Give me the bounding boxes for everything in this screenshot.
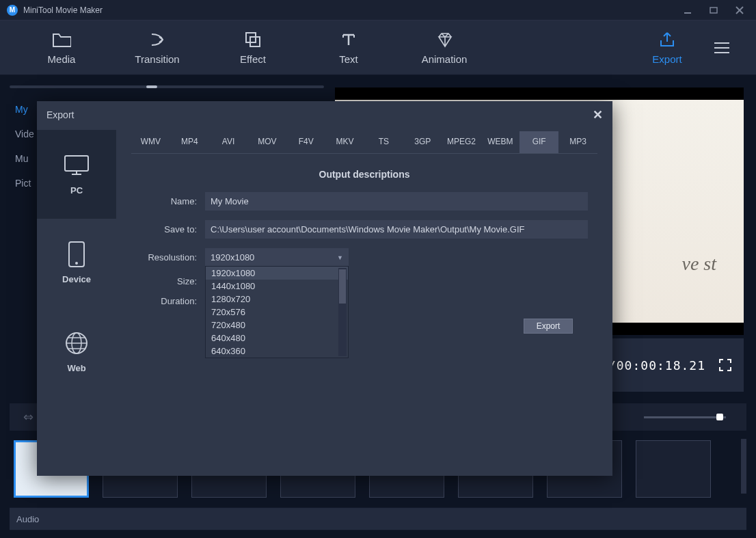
- size-label: Size:: [131, 276, 205, 286]
- web-icon: [62, 332, 91, 355]
- resolution-dropdown[interactable]: 1920x10801440x10801280x720720x576720x480…: [205, 266, 349, 358]
- dialog-title: Export: [46, 109, 74, 120]
- export-icon: [658, 30, 677, 49]
- device-icon: [62, 243, 91, 266]
- folder-icon: [52, 30, 71, 49]
- resolution-option[interactable]: 640x360: [206, 345, 348, 358]
- save-to-input[interactable]: [205, 220, 588, 239]
- media-scrollbar[interactable]: [10, 85, 324, 88]
- format-tabs: WMVMP4AVIMOVF4VMKVTS3GPMPEG2WEBMGIFMP3: [131, 131, 597, 154]
- minimize-button[interactable]: [682, 5, 693, 16]
- sidebar-item[interactable]: Mu: [15, 153, 34, 164]
- format-tab-mkv[interactable]: MKV: [325, 131, 364, 153]
- export-dialog: Export ✕ PC Device Web WMVMP4AVIMOVF4VMK…: [37, 101, 612, 476]
- format-tab-mp3[interactable]: MP3: [558, 131, 597, 153]
- toolbar-animation[interactable]: Animation: [396, 21, 492, 75]
- resolution-option[interactable]: 1280x720: [206, 293, 348, 306]
- pc-icon: [62, 154, 91, 177]
- category-list: My Vide Mu Pict: [15, 104, 34, 202]
- preview-text: ve st: [681, 253, 716, 275]
- export-tab-device[interactable]: Device: [37, 219, 116, 308]
- fullscreen-button[interactable]: [719, 359, 731, 371]
- toolbar-effect[interactable]: Effect: [205, 21, 301, 75]
- timeline-scrollbar[interactable]: [741, 439, 746, 494]
- resolution-select[interactable]: 1920x1080 ▼: [205, 248, 349, 267]
- text-icon: [339, 30, 358, 49]
- menu-button[interactable]: [701, 41, 742, 55]
- dropdown-scrollbar[interactable]: [338, 268, 347, 356]
- resolution-option[interactable]: 640x480: [206, 332, 348, 345]
- resolution-option[interactable]: 1440x1080: [206, 280, 348, 293]
- app-title: MiniTool Movie Maker: [23, 5, 682, 15]
- name-label: Name:: [131, 196, 205, 206]
- toolbar-media[interactable]: Media: [14, 21, 109, 75]
- audio-track-label: Audio: [10, 507, 746, 530]
- format-tab-f4v[interactable]: F4V: [286, 131, 325, 153]
- svg-rect-9: [65, 156, 88, 171]
- sidebar-item[interactable]: Pict: [15, 178, 34, 189]
- svg-point-13: [75, 262, 78, 265]
- toolbar-export[interactable]: Export: [633, 21, 701, 75]
- name-input[interactable]: [205, 192, 588, 211]
- format-tab-mpeg2[interactable]: MPEG2: [442, 131, 481, 153]
- main-toolbar: Media Transition Effect Text Animation E…: [0, 21, 756, 75]
- format-tab-mp4[interactable]: MP4: [170, 131, 209, 153]
- chevron-down-icon: ▼: [337, 254, 343, 261]
- export-tab-web[interactable]: Web: [37, 308, 116, 396]
- export-button[interactable]: Export: [524, 319, 573, 334]
- sidebar-item[interactable]: Vide: [15, 129, 34, 139]
- effect-icon: [243, 30, 262, 49]
- resolution-option[interactable]: 720x576: [206, 306, 348, 319]
- zoom-slider[interactable]: [644, 416, 726, 418]
- close-button[interactable]: [734, 5, 745, 16]
- maximize-button[interactable]: [708, 5, 719, 16]
- format-tab-wmv[interactable]: WMV: [131, 131, 170, 153]
- export-tab-pc[interactable]: PC: [37, 130, 116, 219]
- app-logo: M: [7, 5, 18, 16]
- format-tab-gif[interactable]: GIF: [519, 131, 558, 153]
- timeline-clip[interactable]: [636, 440, 711, 498]
- dialog-sidebar: PC Device Web: [37, 101, 116, 476]
- hamburger-icon: [713, 41, 731, 55]
- duration-label: Duration:: [131, 296, 205, 306]
- diamond-icon: [435, 30, 454, 49]
- timeline-arrows-icon[interactable]: ⇔: [23, 409, 33, 425]
- svg-rect-1: [710, 8, 717, 13]
- format-tab-ts[interactable]: TS: [364, 131, 403, 153]
- sidebar-item[interactable]: My: [15, 104, 34, 115]
- save-to-label: Save to:: [131, 224, 205, 234]
- title-bar: M MiniTool Movie Maker: [0, 0, 756, 21]
- resolution-option[interactable]: 1920x1080: [206, 267, 348, 280]
- format-tab-3gp[interactable]: 3GP: [403, 131, 442, 153]
- format-tab-webm[interactable]: WEBM: [481, 131, 519, 153]
- resolution-option[interactable]: 720x480: [206, 319, 348, 332]
- toolbar-text[interactable]: Text: [301, 21, 396, 75]
- format-tab-avi[interactable]: AVI: [209, 131, 248, 153]
- format-tab-mov[interactable]: MOV: [247, 131, 286, 153]
- transition-icon: [148, 30, 167, 49]
- output-section-title: Output descriptions: [131, 169, 597, 180]
- toolbar-transition[interactable]: Transition: [109, 21, 205, 75]
- resolution-label: Resolustion:: [131, 252, 205, 263]
